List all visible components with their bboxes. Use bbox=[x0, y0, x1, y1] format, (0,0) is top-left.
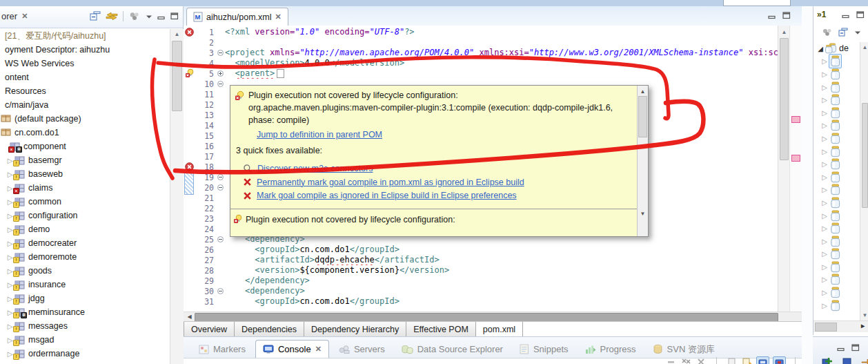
close-icon[interactable]: ✕ bbox=[315, 345, 322, 354]
dependency-jar-item[interactable]: ▷ bbox=[813, 68, 860, 81]
view-tab-svn[interactable]: SVN 资源库 bbox=[646, 341, 722, 358]
scrollbar-thumb[interactable] bbox=[172, 41, 182, 111]
expand-arrow-icon[interactable]: ▷ bbox=[820, 70, 829, 78]
error-marker[interactable] bbox=[791, 155, 800, 162]
quickfix-link[interactable]: Mark goal compile as ignored in Eclipse … bbox=[257, 191, 517, 200]
code-text[interactable]: <groupId>cn.com.do1</groupId> bbox=[225, 296, 778, 307]
page-tab-overview[interactable]: Overview bbox=[184, 322, 235, 337]
quickfix-bulb-icon[interactable] bbox=[185, 68, 195, 78]
collapse-all-icon[interactable] bbox=[90, 11, 101, 21]
view-tab-markers[interactable]: Markers bbox=[192, 341, 253, 358]
console-toolbar-icon[interactable] bbox=[680, 356, 692, 364]
code-line-4[interactable]: 4 <modelVersion>4.0.0</modelVersion> bbox=[184, 58, 778, 68]
scroll-right-icon[interactable]: ▸ bbox=[861, 322, 865, 329]
scroll-up-icon[interactable]: ▲ bbox=[860, 42, 868, 52]
folded-region-box[interactable] bbox=[277, 69, 284, 78]
dependency-jar-item[interactable]: ▷ bbox=[813, 260, 860, 274]
expand-arrow-icon[interactable]: ▷ bbox=[820, 199, 829, 207]
dependency-jar-item[interactable]: ▷ bbox=[813, 157, 860, 171]
scroll-left-icon[interactable]: ◀ bbox=[184, 312, 195, 321]
ruler-cell[interactable] bbox=[184, 27, 196, 37]
editor-vscrollbar[interactable]: ▲ bbox=[778, 26, 790, 312]
toolbar-field-partial[interactable] bbox=[723, 0, 791, 6]
code-line-28[interactable]: 28 <version>${component.version}</versio… bbox=[184, 265, 778, 276]
view-tab-data-source-explorer[interactable]: Data Source Explorer bbox=[395, 341, 510, 358]
dependency-jar-item[interactable]: ▷ bbox=[813, 171, 860, 184]
close-icon[interactable]: ✕ bbox=[21, 12, 28, 21]
console-toolbar-icon[interactable] bbox=[711, 356, 722, 364]
ruler-cell[interactable] bbox=[184, 68, 196, 79]
fold-cell[interactable] bbox=[216, 174, 225, 180]
close-icon[interactable]: ✕ bbox=[275, 12, 282, 21]
dependency-jar-item[interactable]: ▷ bbox=[813, 248, 860, 261]
expand-arrow-icon[interactable]: ▷ bbox=[820, 276, 829, 283]
code-line-1[interactable]: 1<?xml version="1.0" encoding="UTF-8"?> bbox=[184, 27, 778, 37]
page-tab-pom-xml[interactable]: pom.xml bbox=[476, 322, 523, 337]
code-text[interactable]: <parent> bbox=[225, 68, 778, 79]
dependency-jar-item[interactable]: ▷ bbox=[813, 145, 860, 158]
code-text[interactable]: <artifactId>dqdp-ehcache</artifactId> bbox=[225, 255, 778, 265]
tree-item-meminsurance[interactable]: ▷!✲meminsurance bbox=[0, 305, 170, 319]
fastview-indicator[interactable]: »1 bbox=[817, 10, 826, 19]
minimize-icon[interactable] bbox=[837, 345, 845, 352]
panel-toolbar-icon[interactable] bbox=[841, 356, 853, 364]
code-text[interactable]: <version>${component.version}</version> bbox=[225, 265, 778, 276]
scroll-down-icon[interactable]: ▼ bbox=[860, 310, 868, 320]
expand-arrow-icon[interactable]: ▷ bbox=[820, 84, 829, 91]
tree-item-jdgg[interactable]: ▷!jdgg bbox=[0, 291, 170, 305]
expand-arrow-icon[interactable]: ▷ bbox=[820, 122, 829, 129]
expand-arrow-icon[interactable]: ▷ bbox=[820, 160, 829, 168]
fold-cell[interactable] bbox=[216, 288, 225, 294]
expand-arrow-icon[interactable]: ▷ bbox=[820, 148, 829, 155]
code-line-2[interactable]: 2 bbox=[184, 37, 778, 48]
quickfix-link[interactable]: Discover new m2e connectors bbox=[257, 164, 373, 173]
dependency-jar-item[interactable]: ▷ bbox=[813, 132, 860, 145]
dependency-jar-item[interactable]: ▷ bbox=[813, 274, 860, 287]
dependency-jar-item[interactable]: ▷ bbox=[813, 81, 860, 94]
tree-item-baseweb[interactable]: ▷!baseweb bbox=[0, 167, 170, 181]
code-line-27[interactable]: 27 <artifactId>dqdp-ehcache</artifactId> bbox=[184, 255, 778, 265]
tree-item-component[interactable]: x✲component bbox=[0, 140, 170, 153]
link-with-editor-icon[interactable] bbox=[106, 12, 118, 21]
fold-cell[interactable] bbox=[216, 184, 225, 191]
code-line-5[interactable]: 5 <parent> bbox=[184, 68, 778, 79]
tree-item-messages[interactable]: ▷!messages bbox=[0, 319, 170, 333]
dependency-jar-item[interactable]: ▷ bbox=[813, 209, 860, 222]
focus-icon[interactable] bbox=[128, 12, 141, 21]
scrollbar-thumb[interactable] bbox=[815, 323, 837, 332]
explorer-scrollbar[interactable]: ▲ bbox=[170, 29, 184, 364]
minimize-icon[interactable] bbox=[842, 12, 850, 19]
tree-item-ontent[interactable]: ontent bbox=[0, 70, 170, 84]
expand-arrow-icon[interactable]: ▷ bbox=[820, 135, 829, 142]
tree-item-democreater[interactable]: ▷!democreater bbox=[0, 236, 170, 250]
error-annotation-icon[interactable] bbox=[185, 162, 194, 171]
code-text[interactable]: <modelVersion>4.0.0</modelVersion> bbox=[225, 58, 778, 68]
console-toolbar-icon[interactable] bbox=[726, 356, 738, 364]
code-line-31[interactable]: 31 <groupId>cn.com.do1</groupId> bbox=[184, 296, 778, 307]
dependency-jar-item[interactable]: ▷ bbox=[813, 184, 860, 197]
code-text[interactable]: <project xmlns="http://maven.apache.org/… bbox=[225, 48, 778, 58]
dependency-jar-item[interactable]: ▷ bbox=[813, 196, 860, 209]
collapse-all-icon[interactable] bbox=[838, 28, 849, 37]
maximize-icon[interactable] bbox=[782, 12, 791, 19]
popup-scrollbar[interactable]: ▲ ▼ bbox=[637, 86, 648, 236]
tree-item-demo[interactable]: ▷!demo bbox=[0, 222, 170, 236]
tree-item-insurance[interactable]: ▷!insurance bbox=[0, 278, 170, 291]
expand-arrow-icon[interactable]: ▷ bbox=[820, 212, 829, 220]
panel-scrollbar[interactable]: ▲ ▼ bbox=[860, 42, 868, 320]
code-line-3[interactable]: 3<project xmlns="http://maven.apache.org… bbox=[184, 48, 778, 58]
ruler-cell[interactable] bbox=[184, 162, 196, 172]
sash[interactable] bbox=[802, 6, 813, 364]
quickfix-item[interactable]: Mark goal compile as ignored in Eclipse … bbox=[243, 191, 517, 200]
page-tab-effective-pom[interactable]: Effective POM bbox=[406, 322, 476, 337]
view-tab-snippets[interactable]: Snippets bbox=[513, 341, 575, 358]
tree-item-cn-com-do1[interactable]: cn.com.do1 bbox=[0, 126, 170, 140]
scrollbar-thumb[interactable] bbox=[780, 38, 789, 160]
view-menu-icon[interactable] bbox=[146, 14, 152, 19]
console-toolbar-icon[interactable] bbox=[696, 356, 707, 364]
tree-item-ordermanage[interactable]: ▷!ordermanage bbox=[0, 347, 170, 361]
fold-cell[interactable] bbox=[216, 50, 225, 56]
view-tab-servers[interactable]: Servers bbox=[332, 341, 392, 358]
maximize-icon[interactable] bbox=[170, 12, 179, 20]
quickfix-link[interactable]: Permanently mark goal compile in pom.xml… bbox=[257, 178, 524, 187]
